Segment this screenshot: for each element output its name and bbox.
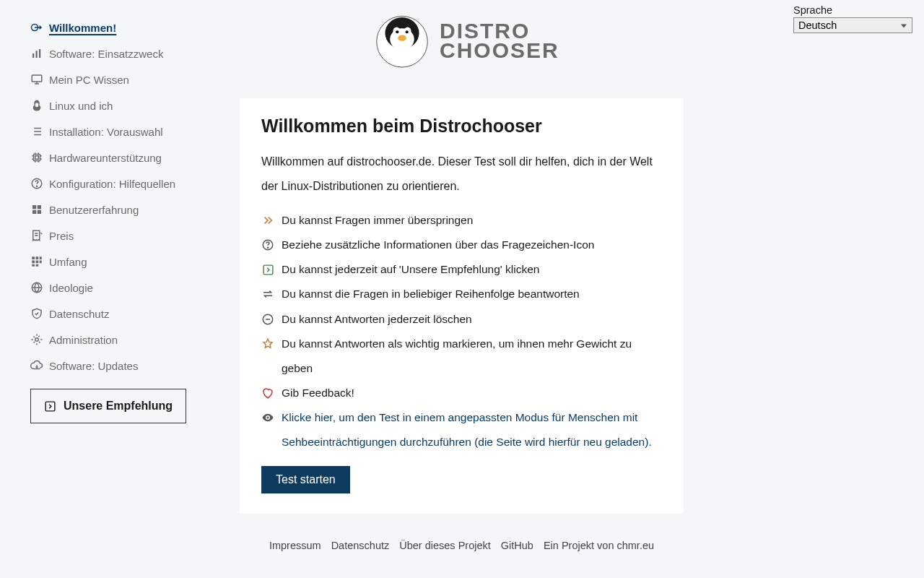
- hint-text: Beziehe zusätzliche Informationen über d…: [282, 233, 594, 257]
- hint-text: Gib Feedback!: [282, 381, 354, 405]
- sidebar-item-9[interactable]: Umfang: [30, 249, 201, 275]
- footer-link-3[interactable]: GitHub: [501, 540, 533, 551]
- svg-point-36: [267, 247, 268, 248]
- sidebar-item-label: Linux und ich: [49, 100, 113, 112]
- sidebar-item-label: Software: Updates: [49, 360, 138, 372]
- hint-item: Gib Feedback!: [261, 381, 662, 405]
- sidebar-item-label: Installation: Vorauswahl: [49, 126, 163, 138]
- sidebar-item-label: Willkommen!: [49, 22, 116, 34]
- svg-rect-4: [32, 75, 42, 82]
- svg-rect-22: [32, 264, 35, 267]
- star-icon: [261, 337, 274, 350]
- language-select[interactable]: Deutsch: [793, 17, 912, 33]
- hint-item: Du kannst Antworten jederzeit löschen: [261, 307, 662, 332]
- heart-icon: [261, 387, 274, 400]
- svg-rect-2: [36, 51, 38, 58]
- footer-link-2[interactable]: Über dieses Projekt: [399, 540, 491, 551]
- question-circle-icon: [261, 238, 274, 251]
- minus-circle-icon: [261, 313, 274, 326]
- sidebar-item-label: Umfang: [49, 256, 87, 268]
- grid-icon: [30, 203, 43, 216]
- hint-text[interactable]: Klicke hier, um den Test in einem angepa…: [282, 405, 662, 454]
- hint-item: Du kannst jederzeit auf 'Unsere Empfehlu…: [261, 257, 662, 282]
- svg-rect-26: [45, 402, 55, 411]
- svg-rect-9: [35, 156, 39, 160]
- sidebar-item-4[interactable]: Installation: Vorauswahl: [30, 118, 201, 144]
- sidebar-item-6[interactable]: Konfiguration: Hilfequellen: [30, 171, 201, 197]
- svg-rect-15: [38, 210, 41, 214]
- bars-icon: [30, 47, 43, 60]
- penguin-logo-icon: [372, 10, 432, 71]
- sidebar-item-label: Administration: [49, 334, 118, 346]
- footer: ImpressumDatenschutzÜber dieses ProjektG…: [240, 540, 684, 551]
- chevron-right-box-icon: [44, 400, 56, 413]
- sidebar-item-10[interactable]: Ideologie: [30, 275, 201, 301]
- sidebar-item-label: Mein PC Wissen: [49, 74, 129, 86]
- logo: DISTRO CHOOSER: [372, 10, 559, 71]
- language-label: Sprache: [793, 4, 912, 16]
- penguin-icon: [30, 99, 43, 112]
- sidebar-item-label: Konfiguration: Hilfequellen: [49, 178, 175, 190]
- cpu-icon: [30, 151, 43, 164]
- logo-line2: CHOOSER: [440, 40, 559, 60]
- start-test-button[interactable]: Test starten: [261, 466, 350, 493]
- svg-rect-18: [40, 256, 42, 259]
- svg-rect-12: [32, 205, 36, 209]
- sidebar-item-12[interactable]: Administration: [30, 327, 201, 353]
- sidebar-item-7[interactable]: Benutzererfahrung: [30, 197, 201, 223]
- svg-rect-14: [32, 210, 36, 214]
- skip-icon: [261, 214, 274, 227]
- sidebar: Willkommen!Software: EinsatzzweckMein PC…: [0, 0, 209, 578]
- welcome-text: Willkommen auf distrochooser.de. Dieser …: [261, 150, 662, 198]
- hint-item: Du kannst Antworten als wichtig markiere…: [261, 332, 662, 381]
- globe-icon: [30, 281, 43, 294]
- receipt-icon: [30, 229, 43, 242]
- sidebar-item-0[interactable]: Willkommen!: [30, 14, 201, 40]
- hint-text: Du kannst Antworten als wichtig markiere…: [282, 332, 662, 381]
- footer-link-4[interactable]: Ein Projekt von chmr.eu: [544, 540, 654, 551]
- svg-rect-21: [40, 261, 42, 264]
- svg-rect-16: [32, 256, 35, 259]
- hint-item: Du kannst Fragen immer überspringen: [261, 208, 662, 233]
- cloud-icon: [30, 359, 43, 372]
- sidebar-item-3[interactable]: Linux und ich: [30, 92, 201, 118]
- footer-link-1[interactable]: Datenschutz: [331, 540, 390, 551]
- header: DISTRO CHOOSER Sprache Deutsch: [209, 0, 912, 71]
- swap-icon: [261, 288, 274, 301]
- tiles-icon: [30, 255, 43, 268]
- svg-rect-37: [263, 265, 273, 275]
- sidebar-item-2[interactable]: Mein PC Wissen: [30, 66, 201, 92]
- sidebar-item-label: Ideologie: [49, 282, 93, 294]
- sidebar-item-11[interactable]: Datenschutz: [30, 301, 201, 327]
- eye-icon: [261, 411, 274, 424]
- svg-rect-17: [36, 256, 39, 259]
- svg-point-39: [267, 416, 269, 418]
- svg-rect-13: [38, 205, 41, 209]
- svg-point-7: [35, 103, 39, 107]
- svg-rect-23: [36, 264, 39, 267]
- hint-item: Beziehe zusätzliche Informationen über d…: [261, 233, 662, 257]
- sidebar-item-label: Preis: [49, 230, 74, 242]
- hint-text: Du kannst Fragen immer überspringen: [282, 208, 473, 233]
- card-title: Willkommen beim Distrochooser: [261, 116, 662, 137]
- footer-link-0[interactable]: Impressum: [269, 540, 321, 551]
- sidebar-item-1[interactable]: Software: Einsatzzweck: [30, 40, 201, 66]
- welcome-card: Willkommen beim Distrochooser Willkommen…: [240, 98, 684, 514]
- hint-list: Du kannst Fragen immer überspringenBezie…: [261, 208, 662, 454]
- recommendation-button[interactable]: Unsere Empfehlung: [30, 389, 186, 423]
- sidebar-item-13[interactable]: Software: Updates: [30, 353, 201, 379]
- hint-text: Du kannst jederzeit auf 'Unsere Empfehlu…: [282, 257, 539, 282]
- sidebar-item-8[interactable]: Preis: [30, 223, 201, 249]
- gear-icon: [30, 333, 43, 346]
- svg-rect-19: [32, 261, 35, 264]
- sidebar-item-5[interactable]: Hardwareunterstützung: [30, 144, 201, 171]
- recommendation-label: Unsere Empfehlung: [64, 400, 173, 413]
- hint-text: Du kannst Antworten jederzeit löschen: [282, 307, 472, 332]
- hint-item: Klicke hier, um den Test in einem angepa…: [261, 405, 662, 454]
- hint-item: Du kannst die Fragen in beliebiger Reihe…: [261, 282, 662, 306]
- svg-point-11: [36, 186, 37, 186]
- logo-line1: DISTRO: [440, 21, 559, 40]
- shield-icon: [30, 307, 43, 320]
- question-icon: [30, 177, 43, 190]
- svg-rect-3: [39, 49, 40, 58]
